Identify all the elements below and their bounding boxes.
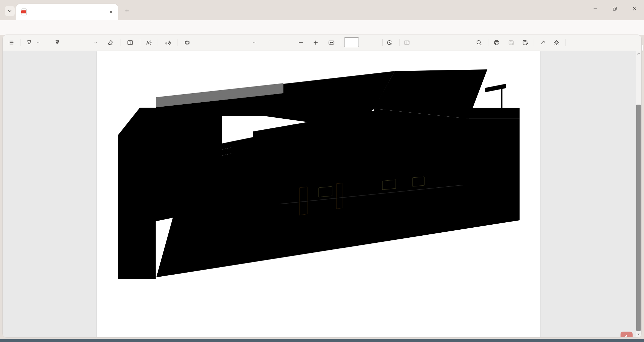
acrobat-floating-button[interactable] xyxy=(621,332,633,337)
vertical-scrollbar[interactable] xyxy=(636,51,641,337)
read-aloud-button[interactable] xyxy=(143,37,154,48)
window-close-button[interactable] xyxy=(627,2,642,15)
translate-icon xyxy=(164,39,171,46)
fullscreen-button[interactable] xyxy=(537,37,548,48)
pen-nib-icon xyxy=(54,39,61,46)
tab-close-button[interactable] xyxy=(107,8,115,16)
copilot-icon xyxy=(184,39,191,46)
eraser-button[interactable] xyxy=(105,37,116,48)
chevron-down-icon xyxy=(94,41,98,45)
page-view-button-disabled xyxy=(401,37,413,48)
copilot-ask-button[interactable] xyxy=(181,37,193,48)
save-button-disabled xyxy=(505,37,517,48)
rotate-icon xyxy=(386,39,393,46)
fit-to-width-button[interactable] xyxy=(326,37,337,48)
fullscreen-arrow-icon xyxy=(539,39,546,46)
close-icon xyxy=(632,6,637,11)
save-as-button[interactable] xyxy=(520,37,531,48)
tab-search-button[interactable] xyxy=(5,6,15,16)
table-of-contents-button[interactable] xyxy=(5,37,17,48)
address-bar-row xyxy=(0,20,644,35)
copilot-dropdown[interactable] xyxy=(250,37,258,48)
pdf-canvas-area[interactable] xyxy=(3,51,641,337)
draw-pen-button[interactable] xyxy=(52,37,63,48)
plus-icon xyxy=(313,40,319,46)
close-icon xyxy=(109,10,113,14)
pdf-favicon-icon xyxy=(21,8,28,16)
chevron-down-icon xyxy=(36,41,40,45)
add-text-button[interactable] xyxy=(124,37,136,48)
new-tab-button[interactable] xyxy=(122,6,131,15)
save-icon xyxy=(508,39,515,46)
translate-button[interactable] xyxy=(162,37,173,48)
search-icon xyxy=(476,39,482,46)
highlighter-dropdown[interactable] xyxy=(34,37,42,48)
rotate-button[interactable] xyxy=(384,37,395,48)
zoom-in-button[interactable] xyxy=(310,37,321,48)
zoom-out-button[interactable] xyxy=(295,37,307,48)
eraser-icon xyxy=(107,39,114,46)
minus-icon xyxy=(298,40,304,46)
minimize-icon xyxy=(593,6,598,11)
plus-icon xyxy=(124,8,130,14)
print-button[interactable] xyxy=(491,37,502,48)
scroll-up-arrow[interactable] xyxy=(636,51,641,56)
save-as-icon xyxy=(522,39,529,46)
highlighter-button[interactable] xyxy=(23,37,35,48)
acrobat-logo-icon xyxy=(623,334,630,337)
scroll-down-arrow[interactable] xyxy=(636,332,641,337)
toc-list-icon xyxy=(8,39,14,46)
tab-strip xyxy=(0,0,644,20)
restore-icon xyxy=(612,6,618,11)
two-page-view-icon xyxy=(404,39,410,46)
read-aloud-icon xyxy=(145,39,152,46)
window-minimize-button[interactable] xyxy=(588,2,603,15)
desktop-edge-strip xyxy=(0,339,644,342)
scrollbar-thumb[interactable] xyxy=(636,105,641,331)
pdf-viewer xyxy=(3,35,641,337)
window-restore-button[interactable] xyxy=(607,2,623,15)
pdf-settings-button[interactable] xyxy=(551,37,562,48)
architectural-drawing xyxy=(97,51,540,337)
pdf-page xyxy=(97,51,540,337)
highlighter-icon xyxy=(26,39,33,46)
printer-icon xyxy=(493,39,500,46)
browser-tab[interactable] xyxy=(16,4,118,20)
page-number-input[interactable] xyxy=(344,37,359,47)
gear-icon xyxy=(553,39,560,46)
gray-path xyxy=(464,108,520,119)
search-document-button[interactable] xyxy=(473,37,485,48)
fit-width-icon xyxy=(328,39,335,46)
text-box-icon xyxy=(127,39,133,46)
pdf-toolbar xyxy=(3,35,641,51)
chevron-down-icon xyxy=(252,41,256,45)
chevron-down-icon xyxy=(7,8,12,14)
draw-dropdown[interactable] xyxy=(91,37,100,48)
